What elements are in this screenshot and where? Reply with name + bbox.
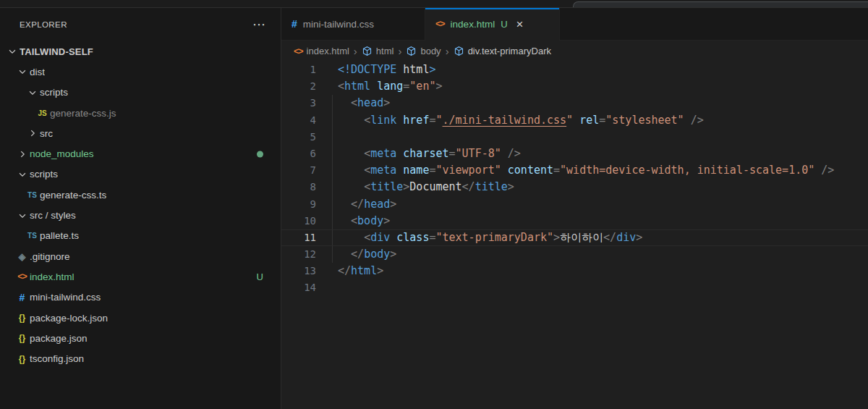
tree-item-icon-slot xyxy=(25,88,40,98)
code-text: <meta name="viewport" content="width=dev… xyxy=(338,162,834,179)
chevron-down-icon xyxy=(7,46,17,56)
tree-item-label: node_modules xyxy=(30,148,94,159)
tree-item-mini-tailwind-css[interactable]: #mini-tailwind.css xyxy=(0,287,281,308)
tree-item-node-modules[interactable]: node_modules xyxy=(0,143,281,164)
tree-item-label: generate-css.js xyxy=(50,108,116,119)
tree-item-generate-css-ts[interactable]: TSgenerate-css.ts xyxy=(0,185,281,205)
breadcrumb-item-index-html[interactable]: <>index.html xyxy=(294,46,349,56)
code-line-5[interactable]: 5 xyxy=(281,129,868,146)
tree-item-icon-slot xyxy=(14,169,30,180)
js-file-icon: JS xyxy=(38,109,46,117)
tab-close-icon[interactable]: × xyxy=(516,18,524,30)
tab-mini-tailwind-css[interactable]: #mini-tailwind.css xyxy=(281,8,425,40)
tree-item-pallete-ts[interactable]: TSpallete.ts xyxy=(0,226,281,246)
tree-item-icon-slot: # xyxy=(14,292,30,303)
line-number[interactable]: 8 xyxy=(281,179,316,195)
line-number[interactable]: 14 xyxy=(281,279,316,296)
breadcrumb-item-body[interactable]: body xyxy=(406,46,441,56)
breadcrumb-separator-icon: › xyxy=(445,45,450,57)
line-number[interactable]: 3 xyxy=(281,95,316,111)
tab-label: mini-tailwind.css xyxy=(303,19,374,30)
breadcrumb-item-div-text-primarydark[interactable]: div.text-primaryDark xyxy=(454,46,551,56)
editor-group: #mini-tailwind.css<>index.htmlU× <>index… xyxy=(281,8,868,409)
code-text: <link href="./mini-tailwind.css" rel="st… xyxy=(338,112,704,129)
code-line-3[interactable]: 3 <head> xyxy=(281,95,868,111)
html-file-icon: <> xyxy=(294,46,303,56)
line-number[interactable]: 12 xyxy=(281,246,316,263)
line-number[interactable]: 1 xyxy=(281,62,316,78)
code-line-14[interactable]: 14 xyxy=(281,279,868,296)
explorer-header: EXPLORER ⋯ xyxy=(0,8,281,41)
line-number[interactable]: 6 xyxy=(281,146,316,162)
tree-item-gitignore[interactable]: ◈.gitignore xyxy=(0,246,281,266)
tree-item-generate-css-js[interactable]: JSgenerate-css.js xyxy=(0,103,281,123)
line-number[interactable]: 11 xyxy=(281,229,316,246)
code-line-1[interactable]: 1<!DOCTYPE html> xyxy=(281,62,868,78)
vscode-window: EXPLORER ⋯ TAILWIND-SELFdistscriptsJSgen… xyxy=(0,7,868,409)
code-text: <body> xyxy=(338,213,390,229)
line-number[interactable]: 5 xyxy=(281,129,316,146)
code-line-2[interactable]: 2<html lang="en"> xyxy=(281,78,868,95)
tree-item-package-json[interactable]: {}package.json xyxy=(0,328,281,348)
tree-item-icon-slot: {} xyxy=(14,313,30,323)
code-text: <title>Document</title> xyxy=(338,179,514,195)
tree-item-label: pallete.ts xyxy=(40,230,79,241)
chevron-right-icon xyxy=(17,149,27,159)
code-line-10[interactable]: 10 <body> xyxy=(281,213,868,229)
tab-index-html[interactable]: <>index.htmlU× xyxy=(425,8,560,40)
tree-item-label: tsconfig.json xyxy=(30,353,84,364)
line-number[interactable]: 4 xyxy=(281,112,316,129)
symbol-cube-icon xyxy=(454,46,464,56)
css-file-icon: # xyxy=(292,18,297,30)
tree-item-label: index.html xyxy=(30,271,75,282)
html-file-icon: <> xyxy=(17,271,27,282)
breadcrumb-item-html[interactable]: html xyxy=(362,46,394,56)
background-window xyxy=(573,1,868,7)
line-number[interactable]: 9 xyxy=(281,196,316,213)
code-text: <head> xyxy=(338,95,390,111)
tree-item-label: TAILWIND-SELF xyxy=(20,46,93,57)
json-file-icon: {} xyxy=(19,333,25,343)
code-line-12[interactable]: 12 </body> xyxy=(281,246,868,263)
tree-root-tailwind-self[interactable]: TAILWIND-SELF xyxy=(0,41,281,62)
git-modified-dot-badge xyxy=(257,151,263,157)
code-text: </body> xyxy=(338,246,396,263)
tree-item-icon-slot: {} xyxy=(14,333,30,343)
tab-bar: #mini-tailwind.css<>index.htmlU× xyxy=(281,8,868,41)
tree-item-icon-slot: ◈ xyxy=(14,251,30,262)
tree-item-label: mini-tailwind.css xyxy=(30,292,101,303)
breadcrumb-separator-icon: › xyxy=(353,45,358,57)
tree-item-icon-slot: TS xyxy=(25,232,40,240)
line-number[interactable]: 10 xyxy=(281,213,316,229)
git-file-icon: ◈ xyxy=(19,251,26,262)
ts-file-icon: TS xyxy=(27,232,37,240)
line-number[interactable]: 7 xyxy=(281,162,316,179)
tree-item-tsconfig-json[interactable]: {}tsconfig.json xyxy=(0,348,281,368)
tree-item-src-styles[interactable]: src / styles xyxy=(0,205,281,225)
tree-item-dist[interactable]: dist xyxy=(0,62,281,82)
tree-item-icon-slot xyxy=(25,128,40,138)
code-line-13[interactable]: 13</html> xyxy=(281,263,868,279)
tree-item-index-html[interactable]: <>index.htmlU xyxy=(0,266,281,287)
code-line-8[interactable]: 8 <title>Document</title> xyxy=(281,179,868,195)
explorer-sidebar: EXPLORER ⋯ TAILWIND-SELFdistscriptsJSgen… xyxy=(0,8,281,409)
explorer-actions-icon[interactable]: ⋯ xyxy=(252,21,266,28)
git-untracked-badge: U xyxy=(257,271,263,282)
code-line-7[interactable]: 7 <meta name="viewport" content="width=d… xyxy=(281,162,868,179)
tree-item-icon-slot: {} xyxy=(14,354,30,364)
tree-item-scripts[interactable]: scripts xyxy=(0,83,281,103)
code-line-6[interactable]: 6 <meta charset="UTF-8" /> xyxy=(281,146,868,162)
code-line-11[interactable]: 11 <div class="text-primaryDark">하이하이</d… xyxy=(281,229,868,246)
code-text: <!DOCTYPE html> xyxy=(338,62,435,78)
tree-item-scripts[interactable]: scripts xyxy=(0,164,281,185)
css-file-icon: # xyxy=(20,292,25,303)
line-number[interactable]: 13 xyxy=(281,263,316,279)
code-line-4[interactable]: 4 <link href="./mini-tailwind.css" rel="… xyxy=(281,112,868,129)
tree-item-package-lock-json[interactable]: {}package-lock.json xyxy=(0,308,281,328)
code-area[interactable]: 1<!DOCTYPE html>2<html lang="en">3 <head… xyxy=(281,62,868,409)
file-tree: TAILWIND-SELFdistscriptsJSgenerate-css.j… xyxy=(0,41,281,369)
tree-item-src[interactable]: src xyxy=(0,123,281,143)
code-text: </head> xyxy=(338,196,396,213)
code-line-9[interactable]: 9 </head> xyxy=(281,196,868,213)
line-number[interactable]: 2 xyxy=(281,78,316,95)
